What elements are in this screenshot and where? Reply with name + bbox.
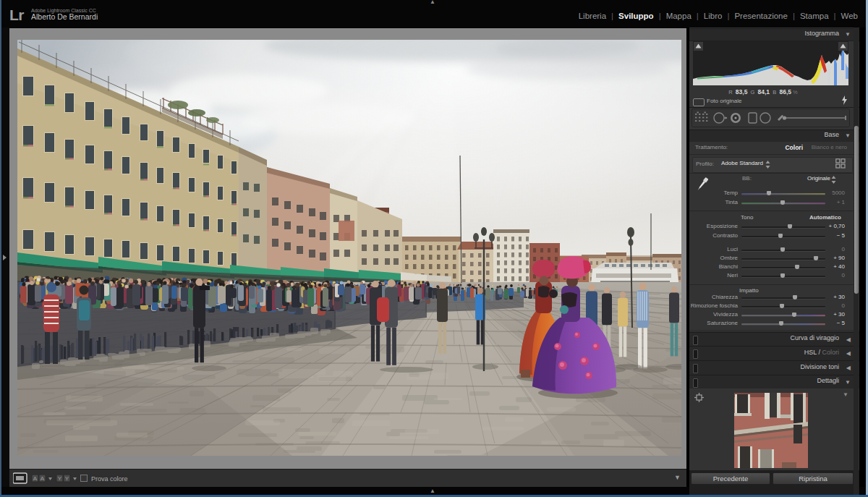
svg-text:Y: Y: [65, 475, 69, 482]
svg-text:A: A: [41, 475, 45, 482]
svg-text:A: A: [33, 475, 38, 482]
svg-text:Y: Y: [58, 475, 62, 482]
